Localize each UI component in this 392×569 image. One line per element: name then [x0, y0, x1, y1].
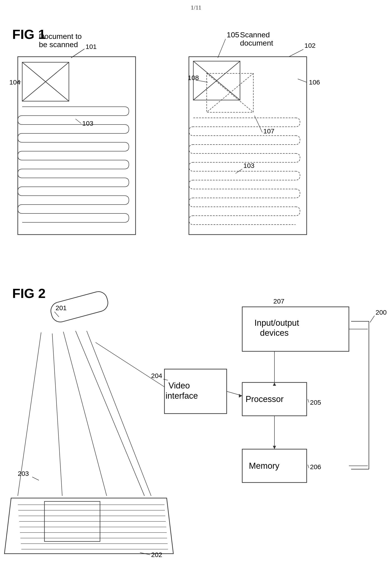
svg-text:Scanned: Scanned [240, 30, 270, 39]
svg-text:Document to: Document to [39, 32, 82, 41]
svg-line-43 [254, 116, 262, 132]
svg-marker-115 [273, 446, 276, 449]
svg-text:document: document [240, 39, 273, 47]
svg-line-38 [298, 79, 307, 82]
svg-line-66 [52, 334, 62, 496]
patent-page: 1/11 FIG 1 Document to be scanned 101 10… [0, 0, 392, 569]
svg-text:206: 206 [310, 463, 321, 470]
svg-text:103: 103 [82, 120, 93, 127]
svg-text:201: 201 [56, 304, 67, 312]
svg-line-101 [308, 465, 309, 468]
svg-line-64 [55, 312, 59, 317]
svg-text:interface: interface [166, 391, 198, 400]
page-number: 1/11 [191, 4, 202, 11]
svg-rect-32 [189, 57, 307, 235]
svg-text:FIG 2: FIG 2 [12, 286, 45, 301]
svg-line-33 [218, 39, 225, 58]
svg-line-68 [76, 331, 144, 496]
svg-marker-114 [273, 383, 276, 386]
svg-text:107: 107 [263, 128, 274, 135]
svg-text:207: 207 [273, 298, 284, 305]
svg-text:204: 204 [151, 372, 162, 379]
svg-text:Memory: Memory [249, 461, 279, 470]
svg-text:101: 101 [85, 43, 97, 50]
svg-text:203: 203 [18, 470, 29, 477]
svg-text:202: 202 [151, 551, 162, 558]
svg-text:Input/output: Input/output [254, 318, 299, 327]
svg-text:103: 103 [243, 162, 254, 169]
svg-text:102: 102 [305, 42, 316, 49]
svg-marker-72 [4, 498, 173, 554]
svg-text:Video: Video [168, 381, 190, 390]
svg-text:105: 105 [227, 30, 239, 39]
svg-text:205: 205 [310, 399, 321, 406]
svg-line-106 [163, 379, 168, 380]
fig2-diagram: FIG 2 201 203 [0, 278, 392, 563]
svg-line-97 [308, 399, 309, 402]
svg-text:106: 106 [309, 78, 320, 86]
svg-line-86 [370, 316, 375, 322]
svg-text:Processor: Processor [246, 395, 283, 404]
svg-rect-90 [242, 307, 349, 351]
svg-line-31 [289, 49, 303, 57]
fig1-diagram: FIG 1 Document to be scanned 101 104 103 [0, 13, 392, 276]
svg-text:devices: devices [260, 328, 289, 338]
svg-line-67 [63, 332, 107, 496]
svg-marker-113 [239, 394, 242, 398]
svg-text:104: 104 [9, 78, 20, 86]
svg-line-71 [32, 477, 39, 480]
svg-rect-5 [18, 57, 136, 235]
svg-line-12 [76, 119, 81, 123]
svg-text:be scanned: be scanned [39, 40, 78, 49]
svg-line-69 [87, 331, 151, 496]
svg-text:200: 200 [376, 309, 387, 316]
